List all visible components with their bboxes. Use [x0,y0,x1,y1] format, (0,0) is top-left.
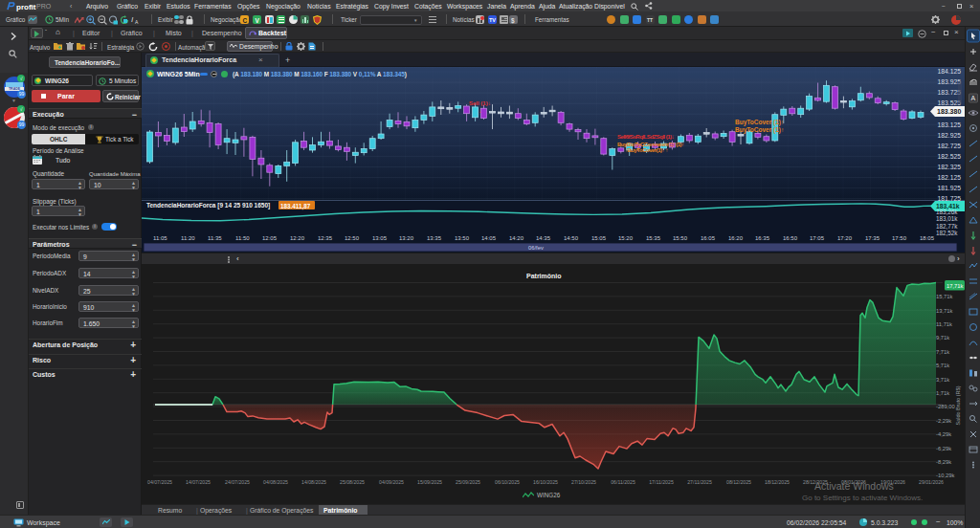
svg-text:1,71k: 1,71k [936,390,949,396]
svg-text:25/09/2025: 25/09/2025 [456,479,480,485]
svg-text:16/10/2025: 16/10/2025 [533,479,558,485]
svg-text:182.925: 182.925 [937,132,961,139]
svg-text:-289,00: -289,00 [936,404,955,409]
svg-text:27/11/2025: 27/11/2025 [687,479,712,485]
svg-text:A: A [971,95,976,101]
svg-text:15/09/2025: 15/09/2025 [417,479,442,485]
svg-text:3,71k: 3,71k [936,377,949,383]
svg-text:11,71k: 11,71k [936,321,952,327]
svg-text:17/11/2025: 17/11/2025 [649,479,674,485]
svg-text:5,71k: 5,71k [936,363,949,368]
svg-text:183.125: 183.125 [937,121,961,128]
svg-text:27/10/2025: 27/10/2025 [571,479,596,485]
svg-text:183.380: 183.380 [937,108,961,115]
svg-text:14/07/2025: 14/07/2025 [186,479,211,485]
svg-text:06/10/2025: 06/10/2025 [495,479,520,485]
svg-text:04/09/2025: 04/09/2025 [379,479,404,485]
svg-text:29/01/2026: 29/01/2026 [919,479,944,485]
svg-text:24/07/2025: 24/07/2025 [225,479,250,485]
svg-text:25/08/2025: 25/08/2025 [340,479,365,485]
svg-text:9,71k: 9,71k [936,335,949,341]
svg-text:13,71k: 13,71k [936,308,953,314]
svg-text:182.525: 182.525 [937,153,961,160]
svg-text:7,71k: 7,71k [936,349,949,355]
svg-text:182.725: 182.725 [937,143,961,149]
svg-text:08/12/2025: 08/12/2025 [726,479,751,485]
svg-text:18/12/2025: 18/12/2025 [765,479,790,485]
svg-text:-10,29k: -10,29k [936,473,954,478]
svg-text:-6,29k: -6,29k [936,446,951,451]
svg-text:-4,29k: -4,29k [936,431,951,437]
svg-text:04/07/2025: 04/07/2025 [147,479,172,485]
svg-text:Saldo Bruto (R$): Saldo Bruto (R$) [955,385,961,425]
svg-text:-2,29k: -2,29k [936,418,951,424]
svg-text:184.125: 184.125 [937,68,961,75]
svg-text:06/11/2025: 06/11/2025 [611,479,635,485]
svg-text:182.325: 182.325 [937,164,961,170]
svg-text:181.925: 181.925 [937,185,961,191]
svg-text:14/08/2025: 14/08/2025 [301,479,326,485]
svg-text:17,71k: 17,71k [947,283,964,289]
svg-text:04/08/2025: 04/08/2025 [263,479,288,485]
svg-text:15,71k: 15,71k [936,294,953,299]
svg-text:182.125: 182.125 [937,174,961,181]
svg-text:-8,29k: -8,29k [936,459,951,465]
